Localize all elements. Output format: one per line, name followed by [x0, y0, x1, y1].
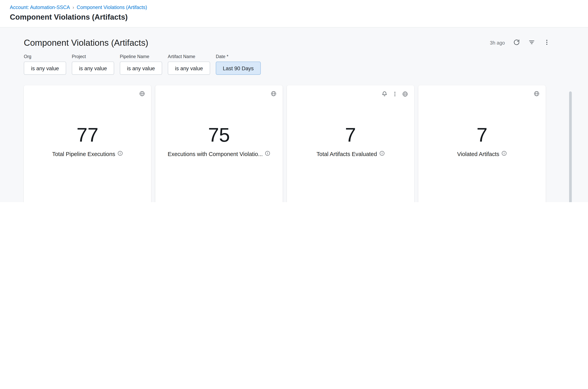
tile-kebab-icon[interactable] — [392, 91, 398, 98]
filter-pipeline-name-label: Pipeline Name — [120, 54, 162, 59]
globe-icon[interactable] — [139, 91, 145, 98]
breadcrumb-separator-icon: › — [72, 5, 74, 10]
metric-card-total-artifacts-evaluated: 7 Total Artifacts Evaluated — [287, 85, 414, 202]
filter-artifact-name-value-button[interactable]: is any value — [168, 62, 210, 75]
metric-value: 7 — [345, 125, 356, 144]
filter-org: Org is any value — [24, 54, 66, 75]
filter-project-value-button[interactable]: is any value — [72, 62, 114, 75]
metric-label-text: Total Artifacts Evaluated — [316, 151, 377, 157]
metric-value: 77 — [77, 125, 98, 144]
filter-date-label: Date * — [216, 54, 261, 59]
filter-org-label: Org — [24, 54, 66, 59]
filter-pipeline-name-value-button[interactable]: is any value — [120, 62, 162, 75]
filter-artifact-name-label: Artifact Name — [168, 54, 210, 59]
dashboard-header: Component Violations (Artifacts) 3h ago — [24, 38, 550, 48]
breadcrumb-account-link[interactable]: Account: Automation-SSCA — [10, 4, 70, 10]
vertical-scrollbar[interactable] — [569, 92, 572, 202]
metric-label-text: Violated Artifacts — [457, 151, 499, 157]
filter-project-label: Project — [72, 54, 114, 59]
metric-value: 75 — [208, 125, 230, 144]
alert-bell-icon[interactable] — [381, 91, 388, 98]
metric-card-executions-with-component-violations: 75 Executions with Component Violatio... — [155, 85, 283, 202]
breadcrumb: Account: Automation-SSCA › Component Vio… — [10, 4, 578, 10]
app-header: Account: Automation-SSCA › Component Vio… — [0, 0, 588, 28]
dashboard-toolbar: 3h ago — [490, 39, 550, 47]
info-icon[interactable] — [502, 151, 507, 157]
refresh-button[interactable] — [513, 39, 520, 47]
last-refreshed-label: 3h ago — [490, 40, 505, 46]
metric-label: Total Artifacts Evaluated — [316, 151, 384, 157]
app-root: Account: Automation-SSCA › Component Vio… — [0, 0, 588, 202]
metric-value: 7 — [477, 125, 487, 144]
metric-label: Violated Artifacts — [457, 151, 507, 157]
metric-label-text: Executions with Component Violatio... — [168, 151, 263, 157]
breadcrumb-page-link[interactable]: Component Violations (Artifacts) — [77, 4, 147, 10]
metric-cards-row: 77 Total Pipeline Executions 75 Executio… — [24, 85, 588, 202]
filter-icon — [528, 39, 535, 47]
metric-card-total-pipeline-executions: 77 Total Pipeline Executions — [24, 85, 151, 202]
filter-date-value-button[interactable]: Last 90 Days — [216, 62, 261, 75]
kebab-menu-icon — [543, 39, 550, 47]
filter-date: Date * Last 90 Days — [216, 54, 261, 75]
info-icon[interactable] — [117, 151, 123, 157]
filter-button[interactable] — [528, 39, 535, 47]
dashboard-more-button[interactable] — [543, 39, 550, 47]
dashboard-title: Component Violations (Artifacts) — [24, 38, 148, 48]
filter-pipeline-name: Pipeline Name is any value — [120, 54, 162, 75]
metric-label: Total Pipeline Executions — [52, 151, 123, 157]
filter-artifact-name: Artifact Name is any value — [168, 54, 210, 75]
filter-project: Project is any value — [72, 54, 114, 75]
filter-org-value-button[interactable]: is any value — [24, 62, 66, 75]
metric-label: Executions with Component Violatio... — [168, 151, 270, 157]
globe-icon[interactable] — [534, 91, 540, 98]
page-title: Component Violations (Artifacts) — [10, 13, 578, 21]
info-icon[interactable] — [379, 151, 384, 157]
metric-card-violated-artifacts: 7 Violated Artifacts — [418, 85, 546, 202]
globe-icon[interactable] — [271, 91, 277, 98]
refresh-icon — [513, 39, 520, 47]
metric-label-text: Total Pipeline Executions — [52, 151, 115, 157]
info-icon[interactable] — [265, 151, 270, 157]
globe-icon[interactable] — [402, 91, 408, 98]
filter-bar: Org is any value Project is any value Pi… — [24, 54, 588, 75]
